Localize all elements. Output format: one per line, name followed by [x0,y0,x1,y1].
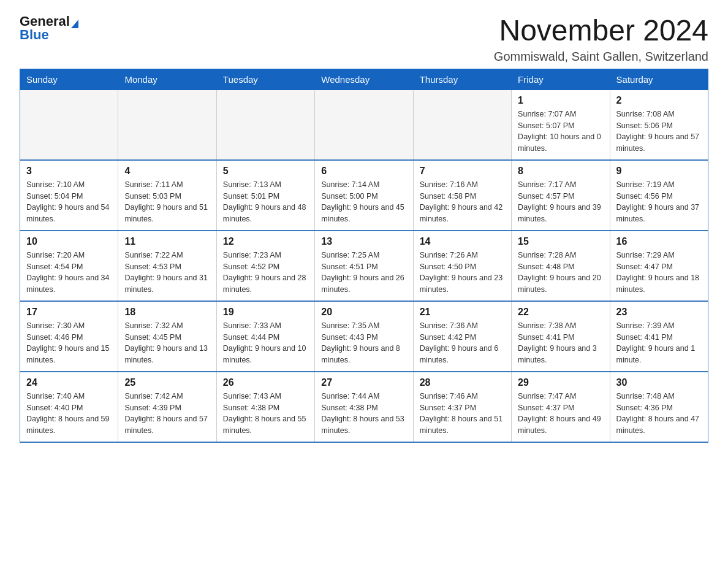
calendar-cell: 16Sunrise: 7:29 AM Sunset: 4:47 PM Dayli… [610,231,708,301]
month-title: November 2024 [494,15,708,47]
day-info: Sunrise: 7:29 AM Sunset: 4:47 PM Dayligh… [616,250,702,296]
day-info: Sunrise: 7:11 AM Sunset: 5:03 PM Dayligh… [124,179,210,225]
calendar-header: SundayMondayTuesdayWednesdayThursdayFrid… [20,69,708,90]
day-number: 5 [223,166,308,177]
day-number: 22 [518,307,603,318]
calendar-cell: 8Sunrise: 7:17 AM Sunset: 4:57 PM Daylig… [512,160,610,231]
calendar-table: SundayMondayTuesdayWednesdayThursdayFrid… [20,69,708,443]
day-info: Sunrise: 7:08 AM Sunset: 5:06 PM Dayligh… [616,109,702,155]
day-number: 12 [223,236,308,247]
day-number: 30 [616,377,702,388]
day-number: 26 [223,377,308,388]
day-info: Sunrise: 7:17 AM Sunset: 4:57 PM Dayligh… [518,179,603,225]
calendar-cell [20,90,118,160]
calendar-week-row: 3Sunrise: 7:10 AM Sunset: 5:04 PM Daylig… [20,160,708,231]
day-info: Sunrise: 7:46 AM Sunset: 4:37 PM Dayligh… [420,391,505,437]
day-info: Sunrise: 7:35 AM Sunset: 4:43 PM Dayligh… [321,320,406,366]
logo-arrow-icon [71,20,78,28]
calendar-wrapper: SundayMondayTuesdayWednesdayThursdayFrid… [0,69,728,462]
day-number: 19 [223,307,308,318]
calendar-week-row: 17Sunrise: 7:30 AM Sunset: 4:46 PM Dayli… [20,301,708,372]
day-info: Sunrise: 7:16 AM Sunset: 4:58 PM Dayligh… [420,179,505,225]
calendar-cell: 18Sunrise: 7:32 AM Sunset: 4:45 PM Dayli… [118,301,216,372]
day-info: Sunrise: 7:47 AM Sunset: 4:37 PM Dayligh… [518,391,603,437]
calendar-cell: 20Sunrise: 7:35 AM Sunset: 4:43 PM Dayli… [315,301,413,372]
weekday-header-thursday: Thursday [413,69,511,90]
day-info: Sunrise: 7:28 AM Sunset: 4:48 PM Dayligh… [518,250,603,296]
day-info: Sunrise: 7:22 AM Sunset: 4:53 PM Dayligh… [124,250,210,296]
day-info: Sunrise: 7:32 AM Sunset: 4:45 PM Dayligh… [124,320,210,366]
day-number: 15 [518,236,603,247]
calendar-cell: 25Sunrise: 7:42 AM Sunset: 4:39 PM Dayli… [118,372,216,442]
day-number: 13 [321,236,406,247]
day-number: 10 [26,236,112,247]
calendar-cell: 13Sunrise: 7:25 AM Sunset: 4:51 PM Dayli… [315,231,413,301]
day-number: 18 [124,307,210,318]
calendar-cell: 30Sunrise: 7:48 AM Sunset: 4:36 PM Dayli… [610,372,708,442]
day-info: Sunrise: 7:33 AM Sunset: 4:44 PM Dayligh… [223,320,308,366]
calendar-cell: 17Sunrise: 7:30 AM Sunset: 4:46 PM Dayli… [20,301,118,372]
calendar-cell: 2Sunrise: 7:08 AM Sunset: 5:06 PM Daylig… [610,90,708,160]
day-info: Sunrise: 7:23 AM Sunset: 4:52 PM Dayligh… [223,250,308,296]
calendar-cell: 3Sunrise: 7:10 AM Sunset: 5:04 PM Daylig… [20,160,118,231]
weekday-header-saturday: Saturday [610,69,708,90]
calendar-cell: 21Sunrise: 7:36 AM Sunset: 4:42 PM Dayli… [413,301,511,372]
calendar-cell: 22Sunrise: 7:38 AM Sunset: 4:41 PM Dayli… [512,301,610,372]
calendar-cell: 10Sunrise: 7:20 AM Sunset: 4:54 PM Dayli… [20,231,118,301]
page-header: General Blue November 2024 Gommiswald, S… [0,0,728,69]
day-info: Sunrise: 7:10 AM Sunset: 5:04 PM Dayligh… [26,179,112,225]
weekday-header-wednesday: Wednesday [315,69,413,90]
calendar-cell: 15Sunrise: 7:28 AM Sunset: 4:48 PM Dayli… [512,231,610,301]
weekday-header-tuesday: Tuesday [216,69,314,90]
calendar-cell [315,90,413,160]
calendar-week-row: 24Sunrise: 7:40 AM Sunset: 4:40 PM Dayli… [20,372,708,442]
weekday-header-row: SundayMondayTuesdayWednesdayThursdayFrid… [20,69,708,90]
day-number: 2 [616,95,702,106]
weekday-header-friday: Friday [512,69,610,90]
day-number: 14 [420,236,505,247]
day-number: 25 [124,377,210,388]
day-number: 28 [420,377,505,388]
day-info: Sunrise: 7:38 AM Sunset: 4:41 PM Dayligh… [518,320,603,366]
day-number: 1 [518,95,603,106]
calendar-cell: 24Sunrise: 7:40 AM Sunset: 4:40 PM Dayli… [20,372,118,442]
day-info: Sunrise: 7:48 AM Sunset: 4:36 PM Dayligh… [616,391,702,437]
day-number: 24 [26,377,112,388]
calendar-cell: 27Sunrise: 7:44 AM Sunset: 4:38 PM Dayli… [315,372,413,442]
calendar-cell: 14Sunrise: 7:26 AM Sunset: 4:50 PM Dayli… [413,231,511,301]
day-info: Sunrise: 7:13 AM Sunset: 5:01 PM Dayligh… [223,179,308,225]
day-number: 9 [616,166,702,177]
calendar-cell: 12Sunrise: 7:23 AM Sunset: 4:52 PM Dayli… [216,231,314,301]
day-info: Sunrise: 7:20 AM Sunset: 4:54 PM Dayligh… [26,250,112,296]
day-info: Sunrise: 7:40 AM Sunset: 4:40 PM Dayligh… [26,391,112,437]
day-number: 4 [124,166,210,177]
day-info: Sunrise: 7:26 AM Sunset: 4:50 PM Dayligh… [420,250,505,296]
day-number: 16 [616,236,702,247]
day-info: Sunrise: 7:44 AM Sunset: 4:38 PM Dayligh… [321,391,406,437]
day-info: Sunrise: 7:07 AM Sunset: 5:07 PM Dayligh… [518,109,603,155]
calendar-cell: 9Sunrise: 7:19 AM Sunset: 4:56 PM Daylig… [610,160,708,231]
calendar-cell: 23Sunrise: 7:39 AM Sunset: 4:41 PM Dayli… [610,301,708,372]
day-number: 27 [321,377,406,388]
title-block: November 2024 Gommiswald, Saint Gallen, … [494,15,708,64]
day-number: 17 [26,307,112,318]
location-title: Gommiswald, Saint Gallen, Switzerland [494,50,708,64]
day-number: 29 [518,377,603,388]
calendar-cell: 6Sunrise: 7:14 AM Sunset: 5:00 PM Daylig… [315,160,413,231]
logo: General Blue [20,15,78,42]
calendar-cell: 4Sunrise: 7:11 AM Sunset: 5:03 PM Daylig… [118,160,216,231]
calendar-cell: 28Sunrise: 7:46 AM Sunset: 4:37 PM Dayli… [413,372,511,442]
day-number: 7 [420,166,505,177]
calendar-cell: 26Sunrise: 7:43 AM Sunset: 4:38 PM Dayli… [216,372,314,442]
day-info: Sunrise: 7:14 AM Sunset: 5:00 PM Dayligh… [321,179,406,225]
day-number: 20 [321,307,406,318]
day-number: 23 [616,307,702,318]
calendar-week-row: 10Sunrise: 7:20 AM Sunset: 4:54 PM Dayli… [20,231,708,301]
day-info: Sunrise: 7:30 AM Sunset: 4:46 PM Dayligh… [26,320,112,366]
day-info: Sunrise: 7:36 AM Sunset: 4:42 PM Dayligh… [420,320,505,366]
calendar-cell: 7Sunrise: 7:16 AM Sunset: 4:58 PM Daylig… [413,160,511,231]
logo-general-text: General [20,15,70,28]
day-number: 3 [26,166,112,177]
calendar-cell [118,90,216,160]
calendar-cell [216,90,314,160]
